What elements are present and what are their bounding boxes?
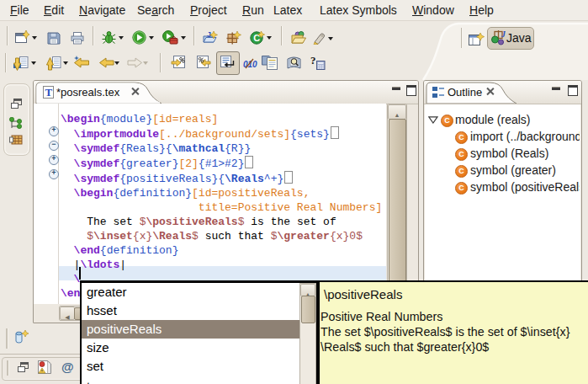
svg-text:J: J: [501, 30, 506, 39]
svg-text:010: 010: [243, 60, 257, 69]
svg-text:T: T: [45, 86, 53, 99]
svg-text:?: ?: [310, 55, 316, 67]
